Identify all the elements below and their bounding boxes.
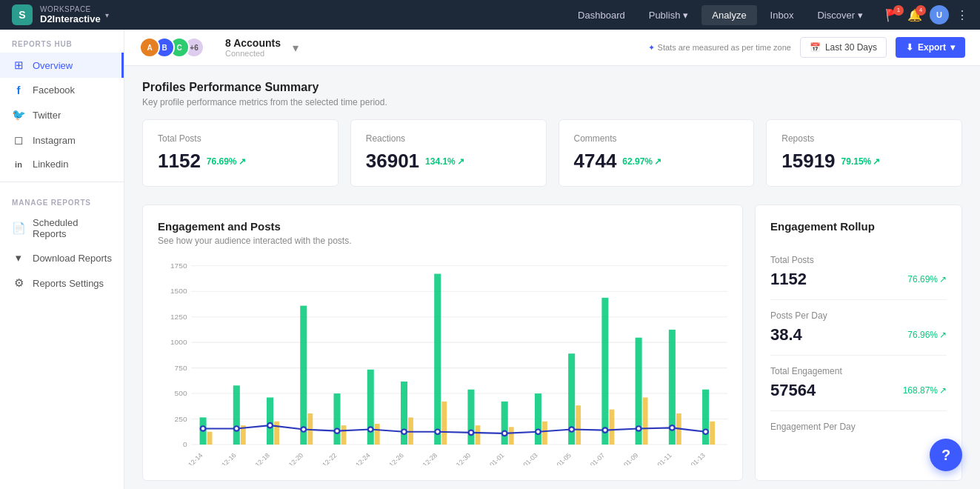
metric-reactions-value: 36901 134.1% ↗ bbox=[366, 150, 531, 173]
sidebar-download-label: Download Reports bbox=[33, 253, 112, 264]
rollup-total-posts-change: 76.69% ↗ bbox=[907, 274, 947, 285]
user-avatar[interactable]: U bbox=[930, 5, 949, 24]
engagement-chart-card: Engagement and Posts See how your audien… bbox=[142, 204, 743, 481]
svg-rect-37 bbox=[542, 422, 547, 445]
svg-rect-36 bbox=[535, 393, 541, 445]
svg-point-58 bbox=[536, 430, 541, 434]
svg-text:2020-12-20: 2020-12-20 bbox=[275, 452, 304, 465]
svg-point-59 bbox=[569, 427, 574, 431]
page-content: Profiles Performance Summary Key profile… bbox=[124, 66, 980, 489]
svg-text:2020-12-22: 2020-12-22 bbox=[309, 452, 339, 465]
svg-rect-26 bbox=[367, 370, 374, 445]
svg-point-61 bbox=[636, 426, 641, 430]
metric-comments-value: 4744 62.97% ↗ bbox=[574, 150, 739, 173]
svg-text:2020-12-26: 2020-12-26 bbox=[376, 452, 405, 465]
metric-reposts-label: Reposts bbox=[781, 133, 947, 144]
chart-svg: 1750 1500 1250 1000 750 500 250 0 bbox=[158, 258, 727, 465]
sidebar-item-facebook[interactable]: f Facebook bbox=[0, 78, 124, 102]
rollup-card: Engagement Rollup Total Posts 1152 76.69… bbox=[755, 204, 962, 481]
rollup-posts-per-day: Posts Per Day 38.4 76.96% ↗ bbox=[770, 300, 947, 356]
app-logo[interactable]: S bbox=[12, 4, 33, 25]
svg-point-55 bbox=[435, 430, 440, 434]
avatar-1: A bbox=[139, 37, 160, 58]
rollup-total-posts-value: 1152 bbox=[770, 270, 807, 289]
svg-rect-18 bbox=[233, 385, 240, 445]
twitter-icon: 🐦 bbox=[12, 108, 25, 122]
account-dropdown-icon[interactable]: ▾ bbox=[293, 41, 299, 55]
rollup-engagement-per-day: Engagement Per Day bbox=[770, 411, 947, 447]
chart-sub: See how your audience interacted with th… bbox=[158, 236, 727, 246]
sidebar-scheduled-label: Scheduled Reports bbox=[33, 217, 112, 239]
sidebar-divider bbox=[0, 182, 124, 182]
more-options-button[interactable]: ⋮ bbox=[956, 8, 968, 22]
svg-rect-24 bbox=[333, 393, 340, 445]
rollup-te-label: Total Engagement bbox=[770, 366, 947, 376]
svg-rect-40 bbox=[601, 298, 608, 445]
rollup-total-engagement: Total Engagement 57564 168.87% ↗ bbox=[770, 356, 947, 411]
nav-discover[interactable]: Discover▾ bbox=[807, 5, 873, 25]
scheduled-icon: 📄 bbox=[12, 222, 25, 235]
workspace-selector[interactable]: WORKSPACE D2Interactive ▾ bbox=[40, 5, 109, 24]
svg-text:2021-01-03: 2021-01-03 bbox=[510, 452, 539, 465]
svg-rect-28 bbox=[401, 382, 407, 445]
topnav: S WORKSPACE D2Interactive ▾ Dashboard Pu… bbox=[0, 0, 980, 30]
svg-text:2020-12-16: 2020-12-16 bbox=[208, 452, 238, 465]
svg-point-49 bbox=[234, 426, 239, 430]
svg-rect-21 bbox=[274, 422, 279, 445]
workspace-chevron-icon: ▾ bbox=[105, 11, 109, 19]
nav-publish[interactable]: Publish▾ bbox=[639, 5, 699, 25]
topnav-icons: 🚩1 🔔4 U ⋮ bbox=[885, 5, 968, 24]
sidebar-item-twitter[interactable]: 🐦 Twitter bbox=[0, 102, 124, 127]
date-range-button[interactable]: 📅 Last 30 Days bbox=[800, 37, 887, 58]
sidebar-instagram-label: Instagram bbox=[33, 135, 76, 146]
account-info: 8 Accounts Connected bbox=[225, 37, 281, 58]
sidebar-linkedin-label: Linkedin bbox=[33, 159, 68, 170]
help-button[interactable]: ? bbox=[930, 439, 962, 471]
chart-section: Engagement and Posts See how your audien… bbox=[142, 204, 962, 481]
flag-button[interactable]: 🚩1 bbox=[885, 8, 900, 22]
sidebar-item-download[interactable]: ▾ Download Reports bbox=[0, 245, 124, 270]
chart-title: Engagement and Posts bbox=[158, 220, 727, 233]
metric-reactions-change: 134.1% ↗ bbox=[425, 156, 464, 167]
account-avatars: A B C +6 bbox=[139, 37, 204, 58]
up-arrow-icon: ↗ bbox=[939, 385, 947, 396]
nav-dashboard[interactable]: Dashboard bbox=[567, 5, 636, 25]
sidebar-item-settings[interactable]: ⚙ Reports Settings bbox=[0, 270, 124, 296]
metric-reactions-label: Reactions bbox=[366, 133, 531, 144]
svg-rect-43 bbox=[643, 397, 648, 445]
nav-inbox[interactable]: Inbox bbox=[760, 5, 804, 25]
notification-button[interactable]: 🔔4 bbox=[907, 8, 922, 22]
metric-total-posts-value: 1152 76.69% ↗ bbox=[158, 150, 323, 173]
notification-badge: 4 bbox=[916, 5, 926, 16]
sidebar-item-instagram[interactable]: ◻ Instagram bbox=[0, 127, 124, 153]
svg-rect-41 bbox=[610, 410, 615, 445]
svg-rect-39 bbox=[576, 405, 581, 445]
svg-rect-31 bbox=[441, 402, 447, 445]
sidebar-item-overview[interactable]: ⊞ Overview bbox=[0, 53, 124, 78]
sidebar-twitter-label: Twitter bbox=[33, 110, 61, 121]
metric-comments: Comments 4744 62.97% ↗ bbox=[559, 119, 755, 187]
rollup-total-posts-label: Total Posts bbox=[770, 255, 947, 265]
instagram-icon: ◻ bbox=[12, 133, 25, 147]
stats-dot-icon: ✦ bbox=[648, 43, 655, 53]
settings-icon: ⚙ bbox=[12, 276, 25, 290]
nav-analyze[interactable]: Analyze bbox=[701, 5, 756, 25]
svg-rect-34 bbox=[501, 402, 508, 445]
svg-text:1750: 1750 bbox=[170, 262, 187, 270]
export-button[interactable]: ⬇ Export ▾ bbox=[896, 37, 965, 58]
svg-text:1250: 1250 bbox=[170, 313, 187, 321]
rollup-total-posts: Total Posts 1152 76.69% ↗ bbox=[770, 245, 947, 300]
svg-point-54 bbox=[401, 430, 407, 434]
metric-total-posts: Total Posts 1152 76.69% ↗ bbox=[142, 119, 339, 187]
sidebar-item-scheduled[interactable]: 📄 Scheduled Reports bbox=[0, 211, 124, 245]
overview-icon: ⊞ bbox=[12, 59, 25, 72]
svg-text:0: 0 bbox=[183, 440, 187, 448]
svg-text:1500: 1500 bbox=[170, 287, 187, 296]
linkedin-icon: in bbox=[12, 160, 25, 169]
workspace-label: WORKSPACE bbox=[40, 5, 101, 13]
sidebar-facebook-label: Facebook bbox=[33, 84, 75, 96]
download-icon: ▾ bbox=[12, 251, 25, 265]
metrics-grid: Total Posts 1152 76.69% ↗ Reactions 3690… bbox=[142, 119, 962, 187]
sidebar-item-linkedin[interactable]: in Linkedin bbox=[0, 153, 124, 176]
manage-reports-label: MANAGE REPORTS bbox=[0, 188, 124, 211]
